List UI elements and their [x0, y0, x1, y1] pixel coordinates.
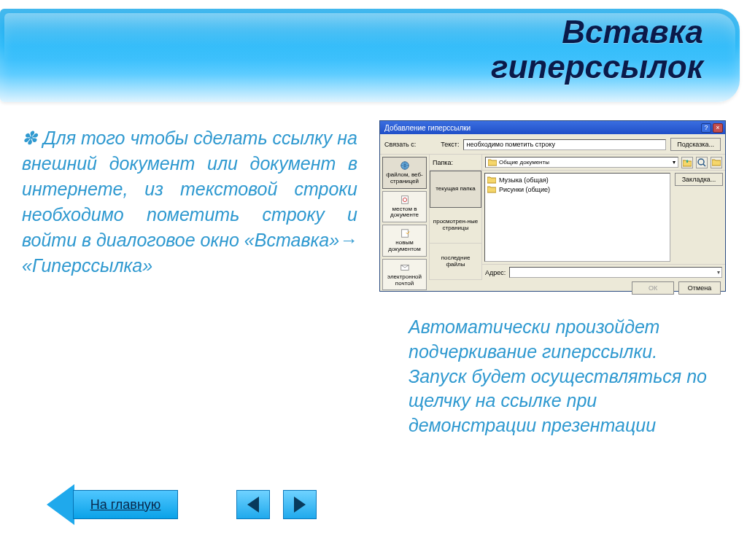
bookmark-button[interactable]: Закладка... — [675, 173, 723, 186]
target-icon — [399, 195, 411, 205]
address-label: Адрес: — [485, 269, 506, 276]
title-line-1: Вставка — [491, 15, 703, 50]
folder-icon — [487, 186, 496, 193]
home-label: На главную — [73, 490, 178, 519]
file-list[interactable]: Музыка (общая) Рисунки (общие) — [484, 173, 670, 262]
up-folder-icon[interactable] — [681, 157, 693, 168]
browse-file-icon[interactable] — [711, 157, 722, 168]
link-with-label: Связать с: — [384, 141, 416, 148]
address-input[interactable] — [509, 267, 722, 278]
dialog-titlebar: Добавление гиперссылки ? × — [380, 121, 725, 134]
dialog-title: Добавление гиперссылки — [384, 124, 471, 132]
link-to-tabs: файлом, веб-страницей местом в документе… — [380, 155, 430, 280]
dialog-text-row: Связать с: Текст: необходимо пометить ст… — [380, 134, 725, 155]
display-text-input[interactable]: необходимо пометить строку — [463, 139, 666, 150]
globe-icon — [399, 160, 411, 171]
body-text-content: Для того чтобы сделать ссылку на внешний… — [22, 128, 357, 276]
tab-place-in-doc[interactable]: местом в документе — [382, 191, 427, 223]
right-note: Автоматически произойдет подчеркивание г… — [409, 315, 715, 438]
close-icon[interactable]: × — [713, 123, 723, 133]
tab-email[interactable]: электронной почтой — [382, 259, 427, 291]
tab-file-web[interactable]: файлом, веб-страницей — [382, 157, 427, 189]
nav-area: На главную — [47, 484, 317, 525]
slide-title: Вставка гиперссылок — [491, 15, 703, 85]
list-item[interactable]: Рисунки (общие) — [487, 185, 667, 195]
current-folder-button[interactable]: текущая папка — [430, 171, 481, 208]
tab-new-doc[interactable]: новым документом — [382, 225, 427, 257]
folder-label: Папка: — [430, 155, 481, 171]
browsed-pages-button[interactable]: просмотрен-ные страницы — [430, 208, 481, 244]
mail-icon — [399, 262, 411, 273]
prev-button[interactable] — [236, 490, 270, 519]
bullet-icon: ✽ — [22, 128, 37, 148]
new-doc-icon — [399, 228, 411, 238]
folder-icon — [488, 159, 497, 166]
triangle-left-icon — [247, 497, 259, 513]
text-label: Текст: — [441, 141, 459, 148]
list-item[interactable]: Музыка (общая) — [487, 176, 667, 185]
folder-icon — [487, 176, 496, 184]
folder-combo[interactable]: Общие документы ▾ — [485, 157, 678, 168]
hyperlink-dialog: Добавление гиперссылки ? × Связать с: Те… — [379, 120, 726, 292]
cancel-button[interactable]: Отмена — [678, 281, 721, 295]
browse-mode-column: Папка: текущая папка просмотрен-ные стра… — [430, 155, 482, 280]
title-line-2: гиперссылок — [491, 50, 703, 85]
ok-button[interactable]: ОК — [632, 281, 674, 295]
body-paragraph: ✽Для того чтобы сделать ссылку на внешни… — [22, 125, 357, 279]
next-button[interactable] — [283, 490, 317, 519]
triangle-right-icon — [294, 497, 306, 513]
screentip-button[interactable]: Подсказка... — [670, 138, 721, 151]
home-button[interactable]: На главную — [47, 484, 178, 525]
arrow-left-icon — [47, 484, 74, 525]
recent-files-button[interactable]: последние файлы — [430, 244, 481, 280]
help-icon[interactable]: ? — [701, 123, 711, 133]
browse-web-icon[interactable] — [696, 157, 708, 168]
svg-point-5 — [698, 159, 704, 165]
